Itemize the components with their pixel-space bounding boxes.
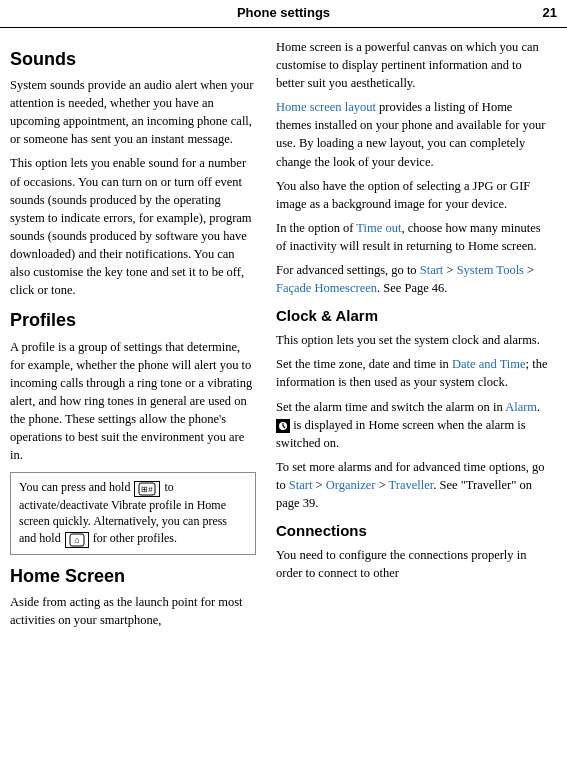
key-icon-1: ⊞# bbox=[134, 481, 160, 497]
home-screen-layout-para: Home screen layout provides a listing of… bbox=[276, 98, 550, 171]
alarm-link: Alarm bbox=[505, 400, 537, 414]
clock-alarm-p1: This option lets you set the system cloc… bbox=[276, 331, 550, 349]
left-column: Sounds System sounds provide an audio al… bbox=[10, 38, 270, 635]
svg-text:⌂: ⌂ bbox=[74, 535, 79, 545]
home-screen-heading: Home Screen bbox=[10, 563, 256, 589]
clock-alarm-heading: Clock & Alarm bbox=[276, 305, 550, 327]
separator2: > bbox=[527, 263, 534, 277]
connections-heading: Connections bbox=[276, 520, 550, 542]
page-number: 21 bbox=[543, 4, 557, 23]
home-screen-intro: Home screen is a powerful canvas on whic… bbox=[276, 38, 550, 92]
key-icon-2: ⌂ bbox=[65, 532, 89, 548]
clock-alarm-p3-after: is displayed in Home screen when the ala… bbox=[276, 418, 526, 450]
sounds-p2: This option lets you enable sound for a … bbox=[10, 154, 256, 299]
start-link: Start bbox=[420, 263, 444, 277]
separator1: > bbox=[446, 263, 456, 277]
home-screen-layout-link: Home screen layout bbox=[276, 100, 376, 114]
separator4: > bbox=[379, 478, 389, 492]
system-tools-link: System Tools bbox=[457, 263, 524, 277]
callout-text-before: You can press and hold bbox=[19, 480, 130, 494]
page-header: Phone settings 21 bbox=[0, 0, 567, 28]
traveller-link: Traveller bbox=[389, 478, 434, 492]
clock-alarm-date-para: Set the time zone, date and time in Date… bbox=[276, 355, 550, 391]
separator3: > bbox=[316, 478, 326, 492]
clock-alarm-advanced-para: To set more alarms and for advanced time… bbox=[276, 458, 550, 512]
start2-link: Start bbox=[289, 478, 313, 492]
home-screen-advanced-para: For advanced settings, go to Start > Sys… bbox=[276, 261, 550, 297]
clock-alarm-alarm-para: Set the alarm time and switch the alarm … bbox=[276, 398, 550, 452]
clock-alarm-date-pre: Set the time zone, date and time in bbox=[276, 357, 449, 371]
callout-text-after: for other profiles. bbox=[93, 531, 177, 545]
organizer-link: Organizer bbox=[326, 478, 376, 492]
home-screen-p1: Aside from acting as the launch point fo… bbox=[10, 593, 256, 629]
clock-alarm-alarm-pre: Set the alarm time and switch the alarm … bbox=[276, 400, 503, 414]
callout-box: You can press and hold ⊞# to activate/de… bbox=[10, 472, 256, 554]
date-and-time-link: Date and Time bbox=[452, 357, 526, 371]
header-title: Phone settings bbox=[237, 4, 330, 23]
content-wrapper: Sounds System sounds provide an audio al… bbox=[0, 38, 567, 635]
home-screen-timeout-para: In the option of Time out, choose how ma… bbox=[276, 219, 550, 255]
home-screen-advanced-pre: For advanced settings, go to bbox=[276, 263, 417, 277]
home-screen-p5-after: . See Page 46. bbox=[377, 281, 447, 295]
time-out-link: Time out bbox=[356, 221, 401, 235]
home-screen-p3: You also have the option of selecting a … bbox=[276, 177, 550, 213]
home-screen-timeout-pre: In the option of bbox=[276, 221, 353, 235]
svg-text:⊞#: ⊞# bbox=[142, 485, 154, 494]
facade-link: Façade Homescreen bbox=[276, 281, 377, 295]
sounds-heading: Sounds bbox=[10, 46, 256, 72]
connections-p1: You need to configure the connections pr… bbox=[276, 546, 550, 582]
right-column: Home screen is a powerful canvas on whic… bbox=[270, 38, 550, 635]
sounds-p1: System sounds provide an audio alert whe… bbox=[10, 76, 256, 149]
profiles-p1: A profile is a group of settings that de… bbox=[10, 338, 256, 465]
alarm-icon bbox=[276, 418, 293, 432]
profiles-heading: Profiles bbox=[10, 307, 256, 333]
